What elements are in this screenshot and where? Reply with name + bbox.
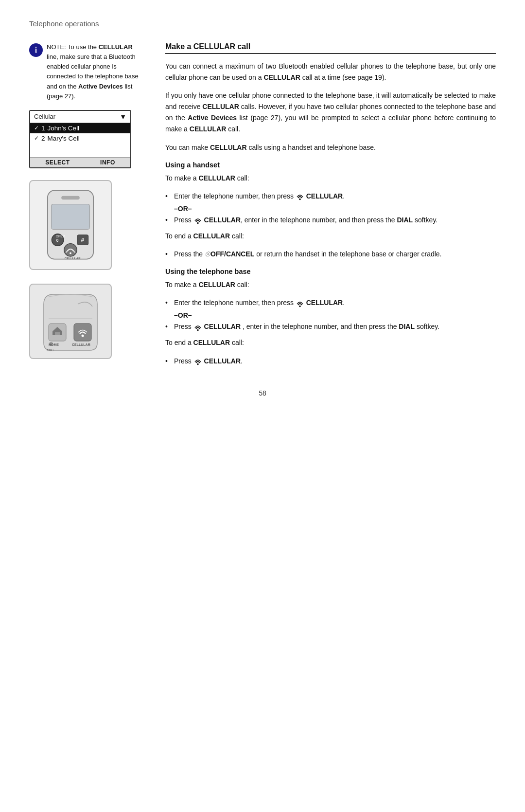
cellular-wifi-icon-5 (193, 358, 202, 365)
bullet-6: • Press CELLULAR. (165, 356, 496, 367)
note-block: i NOTE: To use the CELLULAR line, make s… (29, 42, 146, 101)
bullet-dot-1: • (165, 191, 172, 202)
phone-screen-widget: Cellular ▼ ✓ 1 John's Cell ✓ 2 Mary's Ce… (29, 110, 131, 168)
note-cellular: CELLULAR (99, 43, 133, 51)
phone-item-2-label: Mary's Cell (48, 135, 80, 142)
phone-screen-title: Cellular (34, 113, 55, 120)
para2-bold3: Devices (211, 114, 237, 122)
phone-screen-footer: SELECT INFO (30, 157, 130, 167)
para-1: You can connect a maximum of two Bluetoo… (165, 61, 496, 83)
sub-title-1: Using a handset (165, 161, 496, 169)
bullet-3: • Press the ☉OFF/CANCEL or return the ha… (165, 249, 496, 260)
svg-point-19 (299, 198, 301, 200)
svg-point-20 (197, 222, 199, 224)
bullet-2-text: Press CELLULAR, enter in the telephone n… (174, 215, 496, 226)
svg-text:MIC: MIC (47, 348, 54, 352)
left-column: i NOTE: To use the CELLULAR line, make s… (29, 42, 156, 370)
svg-rect-2 (51, 204, 89, 230)
svg-text:CELLULAR: CELLULAR (65, 256, 81, 260)
bullet-2: • Press CELLULAR, enter in the telephone… (165, 215, 496, 226)
para1-end: call at a time (see page 19). (300, 73, 386, 81)
or-line-2: –OR– (174, 311, 496, 319)
page: Telephone operations i NOTE: To use the … (0, 0, 525, 812)
para2-bold4: CELLULAR (190, 125, 226, 133)
bullet-1: • Enter the telephone number, then press… (165, 191, 496, 202)
svg-point-9 (70, 253, 71, 254)
handset-inner: OPER 0 # CELLULAR (30, 181, 111, 269)
chevron-down-icon: ▼ (120, 113, 126, 121)
svg-point-23 (197, 363, 199, 365)
bullet-4-text: Enter the telephone number, then press C… (174, 297, 496, 308)
make-call2-text: To make a CELLULAR call: (165, 279, 496, 290)
para3-end: calls using a handset and telephone base… (247, 144, 376, 151)
svg-text:CELLULAR: CELLULAR (72, 343, 90, 346)
bullet-dot-6: • (165, 356, 172, 367)
phone-item-2-number: 2 (41, 135, 45, 142)
phone-item-1-label: John's Cell (48, 125, 80, 132)
bullet-dot-5: • (165, 321, 172, 332)
footer-select: SELECT (45, 159, 70, 166)
cellular-wifi-icon-3 (296, 300, 304, 307)
end-call2-text: To end a CELLULAR call: (165, 337, 496, 348)
cellular-wifi-icon-1 (296, 193, 304, 200)
end-call-text: To end a CELLULAR call: (165, 231, 496, 242)
make-call-text: To make a CELLULAR call: (165, 173, 496, 184)
checkmark-icon-2: ✓ (34, 135, 39, 142)
off-cancel-icon: ☉ (205, 249, 210, 259)
bullet-5-text: Press CELLULAR , enter in the telephone … (174, 321, 496, 332)
page-header-title: Telephone operations (29, 19, 99, 28)
phone-item-1-number: 1 (41, 125, 45, 132)
base-station-image: MIC HOME CELLULAR (29, 284, 112, 359)
bullet-1-text: Enter the telephone number, then press C… (174, 191, 496, 202)
bullet-dot-3: • (165, 249, 172, 260)
right-column: Make a CELLULAR call You can connect a m… (156, 42, 496, 370)
para-2: If you only have one cellular phone conn… (165, 90, 496, 135)
svg-point-16 (82, 335, 84, 337)
para3-start: You can make (165, 144, 210, 151)
para2-bold1: CELLULAR (202, 103, 239, 110)
svg-point-21 (299, 305, 301, 307)
svg-rect-1 (61, 196, 80, 200)
sub-title-2: Using the telephone base (165, 268, 496, 275)
note-label: NOTE: (47, 43, 66, 51)
bullet-dot-4: • (165, 297, 172, 308)
cellular-wifi-icon-4 (193, 324, 202, 331)
svg-point-8 (64, 244, 77, 256)
handset-svg: OPER 0 # CELLULAR (36, 186, 105, 264)
para2-final: call. (226, 125, 240, 133)
phone-screen-header: Cellular ▼ (30, 111, 130, 123)
base-station-svg: MIC HOME CELLULAR (34, 289, 107, 353)
para2-bold2: Active (188, 114, 208, 122)
para1-bold: CELLULAR (263, 73, 300, 81)
svg-text:HOME: HOME (49, 343, 59, 346)
bullet-5: • Press CELLULAR , enter in the telephon… (165, 321, 496, 332)
content-area: i NOTE: To use the CELLULAR line, make s… (0, 33, 525, 370)
header-bar: Telephone operations (0, 19, 525, 33)
para-3: You can make CELLULAR calls using a hand… (165, 142, 496, 153)
page-number: 58 (0, 389, 525, 397)
note-intro: To use the (66, 43, 99, 51)
handset-device-image: OPER 0 # CELLULAR (29, 180, 112, 270)
bullet-3-text: Press the ☉OFF/CANCEL or return the hand… (174, 249, 496, 260)
checkmark-icon-1: ✓ (34, 125, 39, 131)
note-text: NOTE: To use the CELLULAR line, make sur… (47, 42, 146, 101)
footer-info: INFO (100, 159, 115, 166)
bullet-4: • Enter the telephone number, then press… (165, 297, 496, 308)
note-active: Active Devices (78, 83, 123, 90)
info-icon: i (29, 43, 43, 57)
section-title: Make a CELLULAR call (165, 42, 496, 54)
phone-screen-row-2: ✓ 2 Mary's Cell (30, 133, 130, 144)
bullet-6-text: Press CELLULAR. (174, 356, 496, 367)
cellular-wifi-icon-2 (193, 217, 202, 224)
phone-screen-row-1: ✓ 1 John's Cell (30, 123, 130, 133)
svg-point-22 (197, 329, 199, 331)
para3-bold: CELLULAR (210, 144, 246, 151)
svg-text:#: # (81, 237, 85, 243)
bullet-dot-2: • (165, 215, 172, 226)
or-line-1: –OR– (174, 205, 496, 213)
svg-text:0: 0 (56, 238, 59, 243)
